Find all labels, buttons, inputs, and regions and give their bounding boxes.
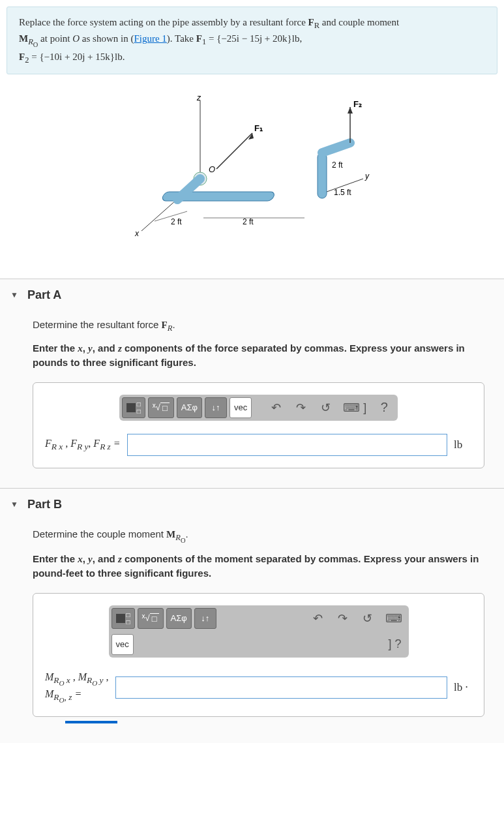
dim-2ft-c: 2 ft (332, 160, 343, 170)
svg-line-9 (216, 133, 252, 169)
part-b-unit: lb · (454, 679, 472, 696)
arrows-button[interactable]: ↓↑ (205, 397, 227, 418)
f2-label: F₂ (353, 99, 362, 109)
pipe-figure: z x y O F₁ F₂ 2 ft 2 ft 2 ft 1.5 ft (115, 94, 389, 257)
f2: F (19, 52, 25, 62)
redo-button[interactable]: ↷ (289, 397, 312, 418)
part-b-title: Part B (27, 498, 62, 511)
figure-link[interactable]: Figure 1 (134, 33, 166, 44)
dim-2ft-a: 2 ft (171, 217, 182, 226)
toolbar-a: □□ x√□ ΑΣφ ↓↑ vec ↶ ↷ ↺ ⌨ ] ? (119, 395, 398, 421)
part-b-prompt: Determine the couple moment MRO. (33, 527, 484, 545)
reset-button[interactable]: ↺ (314, 397, 336, 418)
problem-statement: Replace the force system acting on the p… (7, 7, 497, 74)
text: Replace the force system acting on the p… (19, 17, 308, 27)
part-a-answer-label: FR x , FR y, FR z = (45, 437, 121, 453)
part-a-instruction: Enter the x, y, and z components of the … (33, 341, 484, 371)
undo-button[interactable]: ↶ (307, 608, 329, 629)
templates-button[interactable]: □□ (122, 397, 145, 418)
help-button[interactable]: ? (373, 397, 395, 418)
text: as shown in ( (80, 33, 134, 44)
svg-line-8 (322, 143, 350, 153)
templates-button[interactable]: □□ (111, 608, 135, 629)
keyboard-button[interactable]: ⌨ (381, 608, 406, 629)
part-a-section: ▼ Part A Determine the resultant force F… (0, 279, 504, 488)
greek-button[interactable]: ΑΣφ (177, 397, 202, 418)
part-a-unit: lb (454, 436, 472, 453)
svg-rect-7 (318, 153, 327, 198)
m-sub: R (28, 37, 33, 46)
f1: F (196, 33, 202, 44)
y-axis-label: y (364, 172, 370, 181)
progress-bar (65, 721, 117, 723)
f2-eq: = {−10i + 20j + 15k}lb. (29, 52, 125, 62)
origin-label: O (209, 164, 215, 174)
part-b-header[interactable]: ▼ Part B (0, 489, 504, 521)
reset-button[interactable]: ↺ (357, 608, 379, 629)
z-axis-label: z (196, 94, 201, 102)
greek-button[interactable]: ΑΣφ (166, 608, 192, 629)
x-axis-label: x (134, 229, 140, 238)
part-b-answer-input[interactable] (115, 676, 447, 699)
fr-sub: R (314, 21, 319, 30)
redo-button[interactable]: ↷ (332, 608, 354, 629)
dim-2ft-b: 2 ft (243, 217, 254, 226)
part-a-prompt: Determine the resultant force FR. (33, 318, 484, 335)
text: ). Take (167, 33, 196, 44)
part-a-title: Part A (27, 288, 61, 302)
dim-15ft: 1.5 ft (334, 188, 351, 197)
part-b-instruction: Enter the x, y, and z components of the … (33, 552, 484, 581)
part-a-answer-box: □□ x√□ ΑΣφ ↓↑ vec ↶ ↷ ↺ ⌨ ] ? FR x , FR … (33, 382, 484, 468)
vec-button[interactable]: vec (111, 634, 134, 655)
help-button[interactable]: ] ? (384, 634, 406, 655)
collapse-icon: ▼ (10, 290, 18, 299)
vec-button[interactable]: vec (230, 397, 252, 418)
arrows-button[interactable]: ↓↑ (194, 608, 216, 629)
part-b-answer-box: □□ x√□ ΑΣφ ↓↑ ↶ ↷ ↺ ⌨ vec ] ? MR (33, 593, 484, 718)
toolbar-b: □□ x√□ ΑΣφ ↓↑ ↶ ↷ ↺ ⌨ vec ] ? (109, 605, 409, 658)
svg-marker-12 (348, 107, 353, 114)
m-sym: M (19, 33, 28, 44)
f1-label: F₁ (254, 123, 263, 133)
sqrt-button[interactable]: x√□ (148, 397, 174, 418)
part-a-answer-input[interactable] (127, 434, 447, 456)
point-o: O (72, 33, 80, 44)
f1-eq: = {−25i − 15j + 20k}lb, (206, 33, 302, 44)
keyboard-button[interactable]: ⌨ ] (339, 397, 370, 418)
fr-sym: F (308, 17, 314, 27)
undo-button[interactable]: ↶ (265, 397, 287, 418)
collapse-icon: ▼ (10, 500, 18, 509)
part-b-answer-label: MRO x , MRO y , MRO, z = (45, 671, 109, 705)
part-a-header[interactable]: ▼ Part A (0, 279, 504, 311)
sqrt-button[interactable]: x√□ (138, 608, 164, 629)
figure-area: z x y O F₁ F₂ 2 ft 2 ft 2 ft 1.5 ft (0, 81, 504, 279)
text: at point (38, 33, 72, 44)
part-b-section: ▼ Part B Determine the couple moment MRO… (0, 488, 504, 744)
text: and couple moment (319, 17, 399, 27)
